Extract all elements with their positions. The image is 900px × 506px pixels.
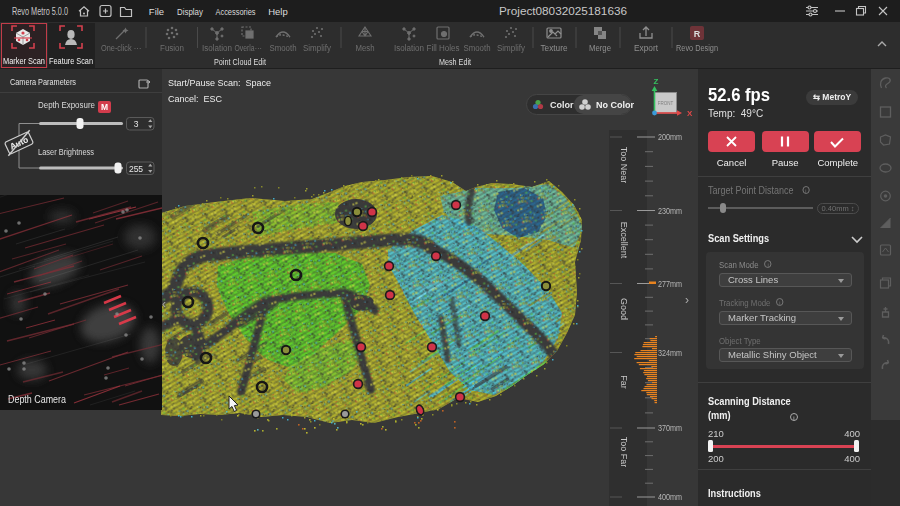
svg-text:Overla⋯: Overla⋯	[235, 43, 262, 53]
svg-text:Smooth: Smooth	[270, 43, 297, 53]
svg-text:One-click ⋯: One-click ⋯	[101, 43, 141, 53]
svg-text:Too Far: Too Far	[619, 437, 629, 468]
svg-text:Mesh Edit: Mesh Edit	[439, 56, 471, 67]
svg-text:Too Near: Too Near	[619, 147, 629, 184]
svg-text:X: X	[687, 109, 693, 118]
svg-text:Simplify: Simplify	[303, 43, 332, 53]
svg-text:370mm: 370mm	[658, 423, 682, 433]
svg-text:230mm: 230mm	[658, 206, 682, 216]
svg-text:324mm: 324mm	[658, 348, 682, 358]
svg-text:Far: Far	[619, 375, 629, 389]
svg-text:Project08032025181636: Project08032025181636	[499, 6, 628, 17]
svg-text:Smooth: Smooth	[464, 43, 491, 53]
svg-text:Marker Scan: Marker Scan	[3, 56, 45, 66]
svg-text:Fusion: Fusion	[160, 43, 184, 53]
svg-text:400mm: 400mm	[658, 492, 682, 502]
svg-text:Point Cloud Edit: Point Cloud Edit	[214, 56, 266, 67]
svg-text:Revo Design: Revo Design	[676, 43, 718, 53]
svg-text:R: R	[694, 29, 701, 39]
svg-text:Depth Camera: Depth Camera	[8, 394, 66, 405]
svg-text:File: File	[149, 6, 164, 17]
svg-text:277mm: 277mm	[658, 279, 682, 289]
svg-text:Accessories: Accessories	[216, 6, 256, 17]
svg-text:Good: Good	[619, 298, 629, 320]
svg-text:Help: Help	[268, 6, 288, 17]
svg-text:Merge: Merge	[589, 43, 611, 53]
svg-text:Isolation: Isolation	[394, 43, 424, 53]
svg-text:Z: Z	[654, 77, 659, 86]
svg-text:Feature Scan: Feature Scan	[49, 56, 93, 66]
svg-text:Texture: Texture	[541, 43, 568, 53]
svg-text:M: M	[101, 102, 108, 112]
svg-text:Mesh: Mesh	[356, 43, 375, 53]
svg-text:Depth Exposure: Depth Exposure	[38, 99, 95, 110]
svg-text:Display: Display	[177, 6, 203, 17]
svg-text:Revo Metro 5.0.0: Revo Metro 5.0.0	[12, 5, 68, 17]
svg-text:Laser Brightness: Laser Brightness	[38, 146, 94, 157]
svg-text:Excellent: Excellent	[619, 222, 629, 259]
svg-text:255: 255	[129, 164, 143, 174]
svg-text:200mm: 200mm	[658, 132, 682, 142]
svg-text:Export: Export	[634, 43, 659, 53]
svg-text:FRONT: FRONT	[658, 101, 674, 106]
svg-text:Isolation: Isolation	[202, 43, 232, 53]
svg-text:Camera Parameters: Camera Parameters	[10, 76, 76, 87]
svg-text:Fill Holes: Fill Holes	[427, 43, 460, 53]
svg-text:Simplify: Simplify	[497, 43, 526, 53]
svg-text:3: 3	[134, 119, 139, 129]
